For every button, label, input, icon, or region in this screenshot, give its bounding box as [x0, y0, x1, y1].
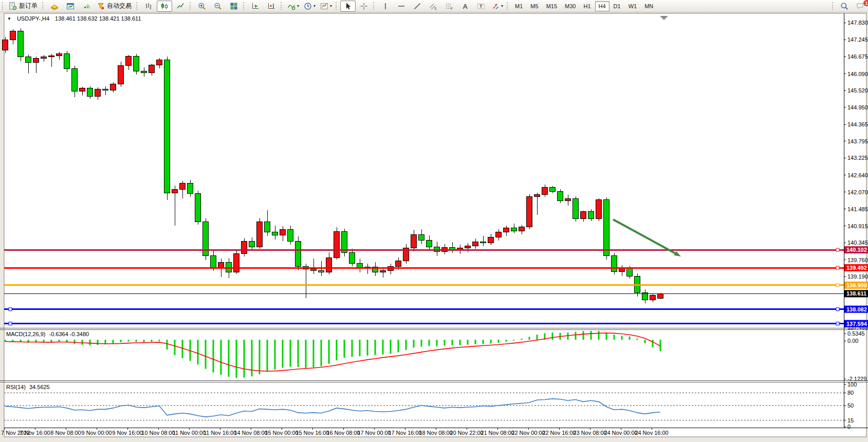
toolbar-grip — [2, 2, 5, 10]
candlestick-button[interactable] — [157, 1, 172, 12]
zoom-out-button[interactable] — [210, 1, 226, 12]
candle — [326, 257, 332, 272]
time-tick-label: 24 Nov 00:00 — [604, 430, 637, 436]
timeframe-h4-button[interactable]: H4 — [595, 1, 610, 11]
arrows-button[interactable]: ▾ — [489, 1, 505, 12]
time-tick-label: 15 Nov 16:00 — [296, 430, 329, 436]
timeframe-m1-button[interactable]: M1 — [511, 1, 526, 11]
resistance-line-2-handle[interactable] — [836, 266, 839, 269]
periods-icon — [304, 2, 312, 10]
macd-histogram-bar — [236, 340, 237, 378]
signals-icon — [82, 2, 90, 10]
text-button[interactable]: A — [457, 1, 473, 12]
line-chart-button[interactable] — [173, 1, 188, 12]
time-tick-label: 8 Nov 08:00 — [50, 430, 81, 436]
bar-chart-icon — [144, 2, 153, 10]
candle — [411, 234, 417, 248]
tile-windows-button[interactable] — [226, 1, 242, 12]
time-tick-label: 7 Nov 16:00 — [20, 430, 50, 436]
chart-dropdown-icon[interactable]: ▼ — [7, 16, 11, 21]
candle — [157, 60, 162, 65]
channel-button[interactable]: E — [426, 1, 441, 12]
candle — [481, 242, 486, 243]
timeframe-w1-button[interactable]: W1 — [625, 1, 641, 11]
candle — [164, 60, 170, 193]
support-line-blue-2-handle[interactable] — [9, 322, 12, 325]
macd-histogram-bar — [136, 340, 137, 342]
macd-histogram-bar — [475, 340, 476, 344]
macd-histogram-bar — [652, 340, 654, 347]
macd-histogram-bar — [244, 340, 245, 378]
macd-histogram-bar — [521, 339, 523, 340]
new-order-button[interactable]: 新订单 — [7, 1, 41, 12]
candle — [396, 261, 401, 266]
auto-scroll-icon — [251, 2, 260, 10]
candle — [581, 212, 586, 219]
price-tick-label: 143.795 — [847, 138, 868, 144]
label-button[interactable]: T — [473, 1, 489, 12]
dropdown-caret-icon[interactable]: ▾ — [330, 4, 332, 8]
candle — [72, 68, 78, 91]
periods-button[interactable]: ▾ — [302, 1, 318, 12]
macd-histogram-bar — [197, 340, 199, 364]
template-icon — [320, 2, 328, 10]
signals-button[interactable] — [79, 1, 94, 12]
macd-histogram-bar — [490, 340, 492, 343]
timeframe-m15-button[interactable]: M15 — [543, 1, 561, 11]
time-tick-label: 10 Nov 08:00 — [141, 430, 175, 436]
candle — [427, 241, 432, 247]
chat-button[interactable]: 1 — [853, 1, 868, 12]
timeframe-m5-button[interactable]: M5 — [527, 1, 542, 11]
candle — [110, 84, 116, 90]
candle — [311, 269, 317, 270]
time-tick-label: 20 Nov 22:00 — [450, 430, 483, 436]
candle — [272, 232, 278, 235]
macd-histogram-bar — [251, 340, 253, 376]
svg-text:E: E — [435, 6, 437, 10]
toolbar-grip — [136, 2, 139, 10]
market-watch-button[interactable] — [47, 1, 62, 12]
fibonacci-button[interactable]: F — [441, 1, 457, 12]
chart-canvas: 147.830147.245146.675146.090145.520144.9… — [0, 0, 868, 442]
hline-button[interactable] — [394, 1, 409, 12]
candle — [658, 293, 663, 298]
market-watch-icon — [50, 2, 59, 10]
candle — [542, 188, 548, 195]
toolbar-group-pointer — [340, 1, 372, 12]
timeframe-m30-button[interactable]: M30 — [561, 1, 579, 11]
template-button[interactable]: ▾ — [318, 1, 334, 12]
macd-histogram-bar — [637, 339, 638, 340]
candle — [103, 89, 108, 90]
timeframe-h1-button[interactable]: H1 — [580, 1, 594, 11]
data-window-button[interactable] — [63, 1, 78, 12]
timeframe-mn-button[interactable]: MN — [641, 1, 657, 11]
support-line-blue-1-handle[interactable] — [836, 308, 839, 311]
chart-shift-button[interactable] — [264, 1, 279, 12]
timeframe-d1-button[interactable]: D1 — [610, 1, 624, 11]
support-line-blue-2-handle[interactable] — [836, 322, 839, 325]
zoom-in-button[interactable] — [194, 1, 210, 12]
search-button[interactable] — [837, 1, 852, 12]
candle — [33, 58, 39, 62]
dropdown-caret-icon[interactable]: ▾ — [313, 4, 316, 8]
support-line-orange-handle[interactable] — [836, 284, 839, 287]
indicators-button[interactable]: ▾ — [285, 1, 301, 12]
trendline-button[interactable] — [410, 1, 425, 12]
hline-icon — [397, 2, 405, 10]
toolbar-grip — [190, 2, 192, 10]
auto-scroll-button[interactable] — [248, 1, 263, 12]
macd-histogram-bar — [614, 335, 615, 340]
vline-button[interactable] — [378, 1, 393, 12]
crosshair-button[interactable] — [356, 1, 372, 12]
cursor-button[interactable] — [340, 1, 356, 12]
dropdown-caret-icon[interactable]: ▾ — [501, 4, 503, 8]
macd-histogram-bar — [398, 340, 399, 353]
bar-chart-button[interactable] — [141, 1, 156, 12]
price-tick-label: 147.830 — [847, 20, 868, 26]
dropdown-caret-icon[interactable]: ▾ — [297, 4, 299, 8]
candle — [118, 66, 124, 84]
resistance-line-1-handle[interactable] — [836, 248, 839, 251]
resistance-line-1-price-tag-text: 140.102 — [846, 247, 867, 253]
autotrade-button[interactable]: 自动交易 — [95, 1, 135, 12]
support-line-blue-1-handle[interactable] — [9, 308, 12, 311]
